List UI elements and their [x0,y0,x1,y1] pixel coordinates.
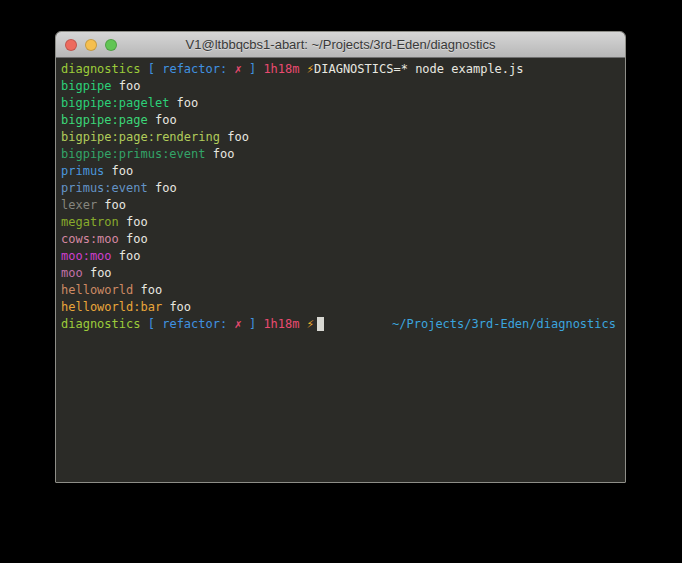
log-namespace: bigpipe:page [61,113,148,127]
prompt-bracket-close: ] [249,317,256,331]
log-line: bigpipe:primus:event foo [61,146,619,163]
log-line: bigpipe:page foo [61,112,619,129]
prompt-dirty-mark: ✗ [234,317,241,331]
prompt-name: diagnostics [61,62,140,76]
cwd-path: ~/Projects/3rd-Eden/diagnostics [392,316,616,333]
log-message: foo [112,164,134,178]
traffic-lights [65,32,117,57]
log-line: bigpipe foo [61,78,619,95]
window-title: V1@ltbbqcbs1-abart: ~/Projects/3rd-Eden/… [186,37,496,52]
lightning-icon: ⚡ [307,62,314,76]
log-namespace: helloworld [61,283,133,297]
prompt-bracket-open: [ [148,317,155,331]
log-line: primus:event foo [61,180,619,197]
prompt-time: 1h18m [263,317,299,331]
log-line: cows:moo foo [61,231,619,248]
terminal-cursor [317,317,324,331]
prompt-branch: refactor: [162,317,227,331]
prompt-bracket-open: [ [148,62,155,76]
log-message: foo [155,113,177,127]
log-message: foo [177,96,199,110]
log-message: foo [104,198,126,212]
log-message: foo [119,249,141,263]
log-line: helloworld foo [61,282,619,299]
log-line: bigpipe:pagelet foo [61,95,619,112]
prompt-dirty-mark: ✗ [234,62,241,76]
log-namespace: bigpipe:primus:event [61,147,206,161]
log-namespace: helloworld:bar [61,300,162,314]
log-namespace: bigpipe:page:rendering [61,130,220,144]
prompt-name: diagnostics [61,317,140,331]
log-message: foo [126,215,148,229]
lightning-icon: ⚡ [307,317,314,331]
prompt-bracket-close: ] [249,62,256,76]
log-namespace: bigpipe:pagelet [61,96,169,110]
terminal-window: V1@ltbbqcbs1-abart: ~/Projects/3rd-Eden/… [55,31,626,483]
log-line: megatron foo [61,214,619,231]
titlebar[interactable]: V1@ltbbqcbs1-abart: ~/Projects/3rd-Eden/… [56,32,625,58]
log-message: foo [126,232,148,246]
log-namespace: bigpipe [61,79,112,93]
log-line: helloworld:bar foo [61,299,619,316]
prompt-time: 1h18m [263,62,299,76]
terminal-log: bigpipe foo bigpipe:pagelet foo bigpipe:… [61,78,619,316]
log-message: foo [140,283,162,297]
log-namespace: moo [61,266,83,280]
prompt-line: diagnostics [ refactor: ✗ ] 1h18m ⚡DIAGN… [61,61,619,78]
log-message: foo [213,147,235,161]
zoom-button[interactable] [105,39,117,51]
log-line: lexer foo [61,197,619,214]
close-button[interactable] [65,39,77,51]
log-message: foo [155,181,177,195]
log-line: moo:moo foo [61,248,619,265]
minimize-button[interactable] [85,39,97,51]
command-text: DIAGNOSTICS=* node example.js [314,62,524,76]
log-namespace: primus:event [61,181,148,195]
prompt-line-2: diagnostics [ refactor: ✗ ] 1h18m ⚡~/Pro… [61,316,619,333]
log-namespace: cows:moo [61,232,119,246]
log-namespace: primus [61,164,104,178]
terminal-screen[interactable]: diagnostics [ refactor: ✗ ] 1h18m ⚡DIAGN… [56,58,625,481]
prompt-branch: refactor: [162,62,227,76]
log-namespace: lexer [61,198,97,212]
log-namespace: moo:moo [61,249,112,263]
log-line: primus foo [61,163,619,180]
log-message: foo [227,130,249,144]
log-message: foo [119,79,141,93]
log-line: moo foo [61,265,619,282]
log-message: foo [169,300,191,314]
log-line: bigpipe:page:rendering foo [61,129,619,146]
log-namespace: megatron [61,215,119,229]
log-message: foo [90,266,112,280]
